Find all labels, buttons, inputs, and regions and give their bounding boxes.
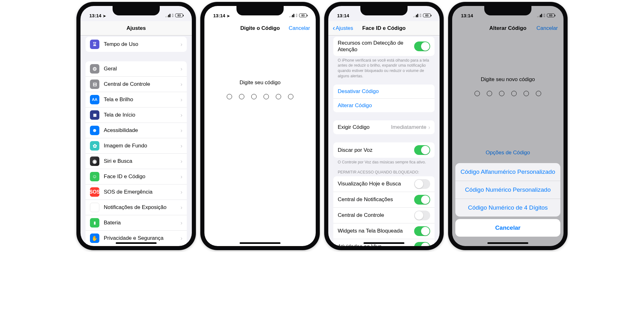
row-exposure[interactable]: ✺Notificações de Exposição› <box>86 200 187 215</box>
action-sheet-overlay[interactable]: Código Alfanumérico Personalizado Código… <box>452 6 564 246</box>
page-title: Ajustes <box>126 25 146 31</box>
lock-header: PERMITIR ACESSO QUANDO BLOQUEADO: <box>328 165 440 176</box>
row-screen-time[interactable]: ⌛︎ Tempo de Uso › <box>86 37 187 52</box>
attention-footer: O iPhone verificará se você está olhando… <box>328 56 440 79</box>
nav-bar: Digite o Código Cancelar <box>204 21 316 36</box>
passcode-prompt: Digite seu código <box>204 80 316 86</box>
row-siri[interactable]: ◉Siri e Busca› <box>86 153 187 169</box>
row-voice-dial: Discar por Voz <box>333 142 435 158</box>
toggle-lock-notif[interactable] <box>414 195 430 205</box>
home-indicator[interactable] <box>364 242 404 244</box>
row-lock-today: Visualização Hoje e Busca <box>333 176 435 192</box>
text-size-icon: AA <box>90 95 99 104</box>
page-title: Face ID e Código <box>362 25 406 31</box>
phone-enter-passcode: 13:14 ➤ 􀙇 83 Digite o Código Cancelar Di… <box>200 2 320 250</box>
toggle-lock-live[interactable] <box>414 242 430 246</box>
home-indicator[interactable] <box>116 242 157 244</box>
row-faceid[interactable]: ☺︎Face ID e Código› <box>86 169 187 184</box>
passcode-area: Digite seu código <box>204 80 316 99</box>
chevron-left-icon: ‹ <box>333 24 335 32</box>
toggle-lock-control[interactable] <box>414 211 430 220</box>
settings-list[interactable]: ⌛︎ Tempo de Uso › ⚙︎Geral› ⊟Central de C… <box>80 36 192 246</box>
phone-change-passcode: 13:14 􀙇 83 Alterar Código Cancelar Digit… <box>448 2 568 250</box>
grid-icon: ▦ <box>90 110 99 120</box>
nav-bar: ‹Ajustes Face ID e Código <box>328 21 440 36</box>
faceid-list[interactable]: Recursos com Detecção de Atenção O iPhon… <box>328 36 440 246</box>
passcode-dots[interactable] <box>204 94 316 99</box>
face-id-icon: ☺︎ <box>90 172 99 181</box>
battery-row-icon: ▮ <box>90 218 99 228</box>
row-disable-code[interactable]: Desativar Código <box>333 85 435 98</box>
location-icon: ➤ <box>103 14 106 18</box>
sheet-4digit[interactable]: Código Numérico de 4 Dígitos <box>455 199 560 217</box>
row-lock-widgets: Widgets na Tela Bloqueada <box>333 223 435 239</box>
row-control-center[interactable]: ⊟Central de Controle› <box>86 76 187 92</box>
accessibility-icon: ☻ <box>90 126 99 135</box>
toggle-lock-today[interactable] <box>414 179 430 189</box>
gear-icon: ⚙︎ <box>90 64 99 74</box>
row-general[interactable]: ⚙︎Geral› <box>86 61 187 76</box>
toggle-voice-dial[interactable] <box>414 145 430 155</box>
chevron-right-icon: › <box>180 41 182 48</box>
back-button[interactable]: ‹Ajustes <box>333 24 353 32</box>
cancel-button[interactable]: Cancelar <box>289 25 310 31</box>
notch <box>113 6 160 15</box>
row-display[interactable]: AATela e Brilho› <box>86 92 187 107</box>
nav-bar: Ajustes <box>80 21 192 36</box>
action-sheet: Código Alfanumérico Personalizado Código… <box>455 163 560 217</box>
row-lock-notif: Central de Notificações <box>333 192 435 207</box>
siri-icon: ◉ <box>90 156 99 166</box>
sheet-cancel-button[interactable]: Cancelar <box>455 219 560 237</box>
wifi-icon: 􀙇 <box>172 13 174 18</box>
row-battery[interactable]: ▮Bateria› <box>86 215 187 230</box>
battery-icon: 83 <box>175 14 183 17</box>
page-title: Digite o Código <box>240 25 280 31</box>
phone-settings: 13:14 ➤ 􀙇 83 Ajustes ⌛︎ Tempo de Uso › ⚙… <box>76 2 196 250</box>
row-lock-control: Central de Controle <box>333 207 435 223</box>
toggle-lock-widgets[interactable] <box>414 226 430 236</box>
switches-icon: ⊟ <box>90 80 99 89</box>
voice-footer: O Controle por Voz das músicas sempre fi… <box>328 158 440 165</box>
row-wallpaper[interactable]: ✿Imagem de Fundo› <box>86 138 187 153</box>
row-require-code[interactable]: Exigir Código Imediatamente › <box>333 120 435 134</box>
signal-icon <box>165 14 170 17</box>
hourglass-icon: ⌛︎ <box>90 40 99 49</box>
row-sos[interactable]: SOSSOS de Emergência› <box>86 184 187 200</box>
toggle-attention[interactable] <box>414 41 430 51</box>
row-change-code[interactable]: Alterar Código <box>333 98 435 112</box>
sos-icon: SOS <box>90 187 99 197</box>
hand-icon: ✋ <box>90 233 99 243</box>
flower-icon: ✿ <box>90 141 99 151</box>
home-indicator[interactable] <box>487 242 528 244</box>
sheet-custom-numeric[interactable]: Código Numérico Personalizado <box>455 181 560 199</box>
sheet-alphanumeric[interactable]: Código Alfanumérico Personalizado <box>455 163 560 181</box>
phone-faceid-settings: 13:14 􀙇 83 ‹Ajustes Face ID e Código Rec… <box>324 2 444 250</box>
home-indicator[interactable] <box>240 242 280 244</box>
exposure-icon: ✺ <box>90 203 99 212</box>
row-accessibility[interactable]: ☻Acessibilidade› <box>86 123 187 138</box>
row-attention: Recursos com Detecção de Atenção <box>333 37 435 56</box>
row-home-screen[interactable]: ▦Tela de Início› <box>86 107 187 123</box>
status-time: 13:14 ➤ <box>89 13 106 18</box>
